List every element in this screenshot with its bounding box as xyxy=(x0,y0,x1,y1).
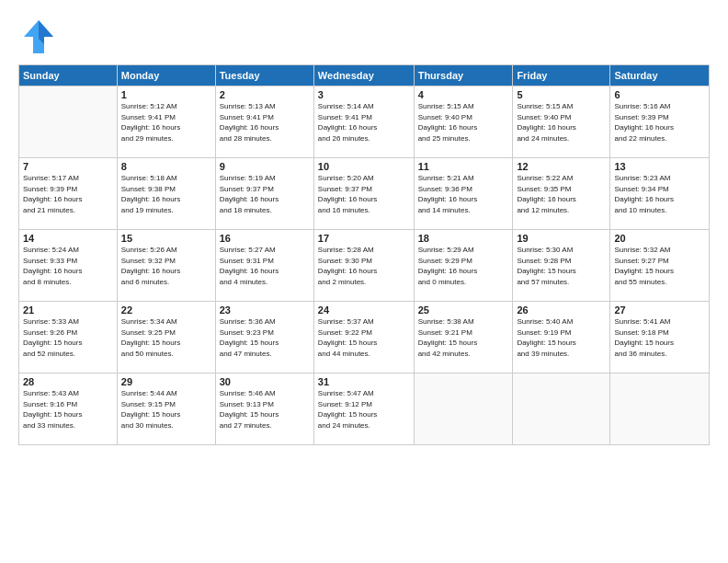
weekday-sunday: Sunday xyxy=(19,65,118,86)
week-row-4: 21Sunrise: 5:33 AM Sunset: 9:26 PM Dayli… xyxy=(19,302,710,373)
day-number: 1 xyxy=(121,89,211,100)
calendar-cell: 6Sunrise: 5:16 AM Sunset: 9:39 PM Daylig… xyxy=(610,86,710,158)
day-info: Sunrise: 5:15 AM Sunset: 9:40 PM Dayligh… xyxy=(517,101,606,144)
day-number: 21 xyxy=(23,304,113,316)
day-number: 10 xyxy=(318,161,410,172)
weekday-tuesday: Tuesday xyxy=(215,65,313,86)
calendar-cell: 30Sunrise: 5:46 AM Sunset: 9:13 PM Dayli… xyxy=(215,373,313,445)
day-info: Sunrise: 5:38 AM Sunset: 9:21 PM Dayligh… xyxy=(418,316,509,359)
calendar-cell: 10Sunrise: 5:20 AM Sunset: 9:37 PM Dayli… xyxy=(313,158,414,230)
day-number: 2 xyxy=(220,89,310,100)
day-info: Sunrise: 5:15 AM Sunset: 9:40 PM Dayligh… xyxy=(418,101,509,144)
day-number: 11 xyxy=(418,161,509,172)
day-info: Sunrise: 5:37 AM Sunset: 9:22 PM Dayligh… xyxy=(318,316,410,359)
day-number: 30 xyxy=(220,376,310,387)
day-number: 22 xyxy=(121,304,211,316)
day-number: 18 xyxy=(418,233,509,244)
weekday-wednesday: Wednesday xyxy=(313,65,414,86)
day-number: 9 xyxy=(220,161,310,172)
day-number: 14 xyxy=(23,233,113,244)
day-number: 8 xyxy=(121,161,211,172)
calendar-cell: 1Sunrise: 5:12 AM Sunset: 9:41 PM Daylig… xyxy=(117,86,215,158)
day-info: Sunrise: 5:29 AM Sunset: 9:29 PM Dayligh… xyxy=(418,245,509,287)
week-row-1: 1Sunrise: 5:12 AM Sunset: 9:41 PM Daylig… xyxy=(19,86,710,158)
day-number: 13 xyxy=(614,161,705,172)
day-info: Sunrise: 5:40 AM Sunset: 9:19 PM Dayligh… xyxy=(517,316,606,359)
day-info: Sunrise: 5:21 AM Sunset: 9:36 PM Dayligh… xyxy=(418,173,509,215)
calendar-cell: 24Sunrise: 5:37 AM Sunset: 9:22 PM Dayli… xyxy=(313,302,414,373)
day-info: Sunrise: 5:28 AM Sunset: 9:30 PM Dayligh… xyxy=(318,245,410,287)
day-number: 5 xyxy=(517,89,606,100)
day-number: 23 xyxy=(220,304,310,316)
calendar-cell: 14Sunrise: 5:24 AM Sunset: 9:33 PM Dayli… xyxy=(19,230,118,302)
day-info: Sunrise: 5:20 AM Sunset: 9:37 PM Dayligh… xyxy=(318,173,410,215)
day-number: 3 xyxy=(318,89,410,100)
calendar-cell: 2Sunrise: 5:13 AM Sunset: 9:41 PM Daylig… xyxy=(215,86,313,158)
day-info: Sunrise: 5:17 AM Sunset: 9:39 PM Dayligh… xyxy=(23,173,113,215)
calendar-page: SundayMondayTuesdayWednesdayThursdayFrid… xyxy=(0,0,728,454)
day-info: Sunrise: 5:47 AM Sunset: 9:12 PM Dayligh… xyxy=(318,388,410,431)
calendar-cell: 25Sunrise: 5:38 AM Sunset: 9:21 PM Dayli… xyxy=(414,302,513,373)
day-info: Sunrise: 5:27 AM Sunset: 9:31 PM Dayligh… xyxy=(220,245,310,287)
calendar-cell: 5Sunrise: 5:15 AM Sunset: 9:40 PM Daylig… xyxy=(513,86,610,158)
calendar-cell: 22Sunrise: 5:34 AM Sunset: 9:25 PM Dayli… xyxy=(117,302,215,373)
calendar-cell: 19Sunrise: 5:30 AM Sunset: 9:28 PM Dayli… xyxy=(513,230,610,302)
calendar-cell xyxy=(414,373,513,445)
calendar-cell: 29Sunrise: 5:44 AM Sunset: 9:15 PM Dayli… xyxy=(117,373,215,445)
day-number: 27 xyxy=(614,304,705,316)
day-info: Sunrise: 5:13 AM Sunset: 9:41 PM Dayligh… xyxy=(220,101,310,144)
day-number: 29 xyxy=(121,376,211,387)
day-info: Sunrise: 5:46 AM Sunset: 9:13 PM Dayligh… xyxy=(220,388,310,431)
week-row-5: 28Sunrise: 5:43 AM Sunset: 9:16 PM Dayli… xyxy=(19,373,710,445)
calendar-cell: 21Sunrise: 5:33 AM Sunset: 9:26 PM Dayli… xyxy=(19,302,118,373)
weekday-friday: Friday xyxy=(513,65,610,86)
day-info: Sunrise: 5:12 AM Sunset: 9:41 PM Dayligh… xyxy=(121,101,211,144)
calendar-table: SundayMondayTuesdayWednesdayThursdayFrid… xyxy=(18,64,710,445)
day-info: Sunrise: 5:14 AM Sunset: 9:41 PM Dayligh… xyxy=(318,101,410,144)
logo-icon xyxy=(18,17,59,57)
calendar-cell: 9Sunrise: 5:19 AM Sunset: 9:37 PM Daylig… xyxy=(215,158,313,230)
calendar-cell: 4Sunrise: 5:15 AM Sunset: 9:40 PM Daylig… xyxy=(414,86,513,158)
day-number: 19 xyxy=(517,233,606,244)
day-number: 31 xyxy=(318,376,410,387)
day-info: Sunrise: 5:26 AM Sunset: 9:32 PM Dayligh… xyxy=(121,245,211,287)
day-number: 15 xyxy=(121,233,211,244)
day-number: 16 xyxy=(220,233,310,244)
calendar-cell: 23Sunrise: 5:36 AM Sunset: 9:23 PM Dayli… xyxy=(215,302,313,373)
calendar-cell xyxy=(610,373,710,445)
day-info: Sunrise: 5:23 AM Sunset: 9:34 PM Dayligh… xyxy=(614,173,705,215)
day-number: 17 xyxy=(318,233,410,244)
day-info: Sunrise: 5:44 AM Sunset: 9:15 PM Dayligh… xyxy=(121,388,211,431)
day-info: Sunrise: 5:33 AM Sunset: 9:26 PM Dayligh… xyxy=(23,316,113,359)
day-info: Sunrise: 5:22 AM Sunset: 9:35 PM Dayligh… xyxy=(517,173,606,215)
header xyxy=(18,17,710,57)
day-info: Sunrise: 5:30 AM Sunset: 9:28 PM Dayligh… xyxy=(517,245,606,287)
weekday-saturday: Saturday xyxy=(610,65,710,86)
calendar-cell xyxy=(19,86,118,158)
day-info: Sunrise: 5:16 AM Sunset: 9:39 PM Dayligh… xyxy=(614,101,705,144)
week-row-3: 14Sunrise: 5:24 AM Sunset: 9:33 PM Dayli… xyxy=(19,230,710,302)
logo xyxy=(18,17,61,57)
calendar-cell: 27Sunrise: 5:41 AM Sunset: 9:18 PM Dayli… xyxy=(610,302,710,373)
calendar-cell: 7Sunrise: 5:17 AM Sunset: 9:39 PM Daylig… xyxy=(19,158,118,230)
calendar-cell: 17Sunrise: 5:28 AM Sunset: 9:30 PM Dayli… xyxy=(313,230,414,302)
calendar-cell: 18Sunrise: 5:29 AM Sunset: 9:29 PM Dayli… xyxy=(414,230,513,302)
calendar-cell: 13Sunrise: 5:23 AM Sunset: 9:34 PM Dayli… xyxy=(610,158,710,230)
day-number: 24 xyxy=(318,304,410,316)
day-info: Sunrise: 5:34 AM Sunset: 9:25 PM Dayligh… xyxy=(121,316,211,359)
day-number: 25 xyxy=(418,304,509,316)
day-number: 4 xyxy=(418,89,509,100)
calendar-cell xyxy=(513,373,610,445)
day-number: 26 xyxy=(517,304,606,316)
calendar-cell: 11Sunrise: 5:21 AM Sunset: 9:36 PM Dayli… xyxy=(414,158,513,230)
calendar-cell: 16Sunrise: 5:27 AM Sunset: 9:31 PM Dayli… xyxy=(215,230,313,302)
day-info: Sunrise: 5:19 AM Sunset: 9:37 PM Dayligh… xyxy=(220,173,310,215)
day-info: Sunrise: 5:24 AM Sunset: 9:33 PM Dayligh… xyxy=(23,245,113,287)
weekday-monday: Monday xyxy=(117,65,215,86)
calendar-cell: 8Sunrise: 5:18 AM Sunset: 9:38 PM Daylig… xyxy=(117,158,215,230)
calendar-cell: 28Sunrise: 5:43 AM Sunset: 9:16 PM Dayli… xyxy=(19,373,118,445)
day-info: Sunrise: 5:43 AM Sunset: 9:16 PM Dayligh… xyxy=(23,388,113,431)
day-info: Sunrise: 5:18 AM Sunset: 9:38 PM Dayligh… xyxy=(121,173,211,215)
calendar-cell: 20Sunrise: 5:32 AM Sunset: 9:27 PM Dayli… xyxy=(610,230,710,302)
day-info: Sunrise: 5:32 AM Sunset: 9:27 PM Dayligh… xyxy=(614,245,705,287)
